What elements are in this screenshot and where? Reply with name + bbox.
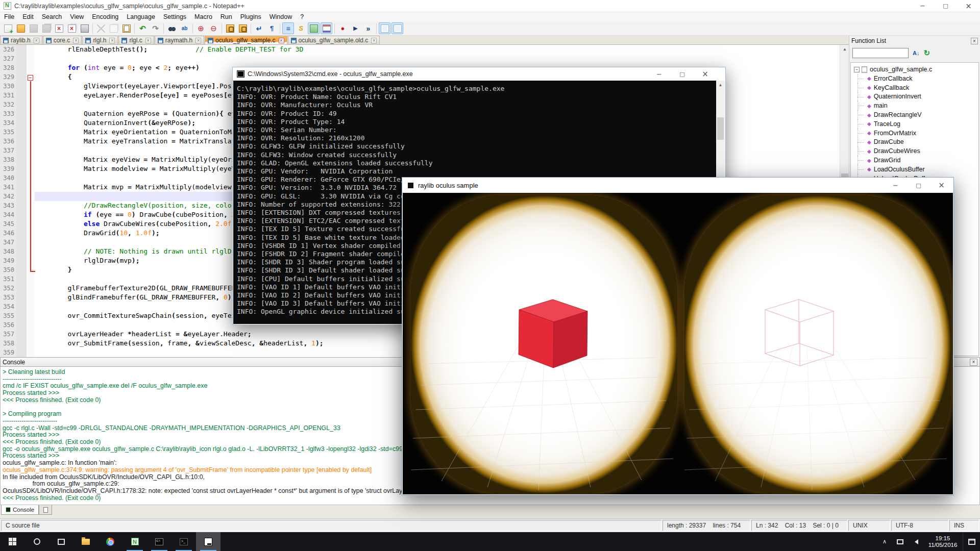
fold-margin[interactable] (27, 339, 35, 348)
function-item-main[interactable]: ◆main (854, 101, 978, 110)
function-item-LoadOculusBuffer[interactable]: ◆LoadOculusBuffer (854, 165, 978, 174)
secondary-panel-tab[interactable] (39, 505, 52, 515)
menu-encoding[interactable]: Encoding (88, 12, 122, 21)
bookmark-margin[interactable] (16, 54, 27, 63)
bookmark-margin[interactable] (16, 210, 27, 219)
bookmark-margin[interactable] (16, 311, 27, 320)
show-all-characters-icon[interactable] (266, 22, 278, 34)
bookmark-margin[interactable] (16, 72, 27, 82)
copy-icon[interactable] (108, 22, 119, 34)
close-file-icon[interactable] (53, 22, 65, 34)
fold-margin[interactable] (27, 302, 35, 311)
bookmark-margin[interactable] (16, 128, 27, 137)
maximize-button[interactable] (934, 0, 957, 12)
bookmark-margin[interactable] (16, 100, 27, 109)
raylib-app-icon[interactable] (196, 532, 220, 551)
zoom-in-icon[interactable] (195, 22, 207, 34)
raylib-close-button[interactable] (930, 178, 953, 193)
file-explorer-icon[interactable] (74, 532, 98, 551)
status-eol-format[interactable]: UNIX (848, 520, 890, 531)
fold-margin[interactable] (27, 320, 35, 330)
bookmark-margin[interactable] (16, 146, 27, 155)
replace-icon[interactable] (179, 22, 190, 34)
save-all-icon[interactable] (40, 22, 52, 34)
bookmark-margin[interactable] (16, 302, 27, 311)
bookmark-margin[interactable] (16, 284, 27, 293)
redo-icon[interactable] (150, 22, 161, 34)
fold-margin[interactable] (27, 45, 35, 54)
tab-close-icon[interactable]: × (145, 38, 151, 43)
function-tree-root[interactable]: − oculus_glfw_sample.c (854, 65, 978, 74)
function-completion-icon[interactable] (295, 22, 307, 34)
console-close-icon[interactable]: × (970, 359, 977, 366)
taskbar-clock[interactable]: 19:15 11/05/2016 (923, 535, 963, 548)
tab-close-icon[interactable]: × (195, 38, 201, 43)
macro-run-multiple-icon[interactable] (362, 22, 374, 34)
function-item-DrawRectangleV[interactable]: ◆DrawRectangleV (854, 110, 978, 119)
chrome-icon[interactable] (98, 532, 122, 551)
bookmark-margin[interactable] (16, 63, 27, 72)
tab-close-icon[interactable]: × (109, 38, 115, 43)
fold-margin[interactable] (27, 146, 35, 155)
fold-margin[interactable] (27, 256, 35, 265)
function-list-close-icon[interactable]: × (971, 38, 978, 44)
bookmark-margin[interactable] (16, 274, 27, 284)
tab-close-icon[interactable]: × (34, 38, 39, 43)
fold-margin[interactable] (27, 192, 35, 201)
function-item-KeyCallback[interactable]: ◆KeyCallback (854, 83, 978, 92)
fold-margin[interactable] (27, 82, 35, 91)
menu-view[interactable]: View (66, 12, 88, 21)
fold-margin[interactable] (27, 348, 35, 357)
fold-margin[interactable] (27, 173, 35, 183)
bookmark-margin[interactable] (16, 256, 27, 265)
tab-close-icon[interactable]: × (73, 38, 79, 43)
bookmark-margin[interactable] (16, 348, 27, 357)
tab-oculus_glfw_sample.c[interactable]: oculus_glfw_sample.c× (205, 36, 287, 44)
undo-icon[interactable] (137, 22, 149, 34)
function-item-FromOvrMatrix[interactable]: ◆FromOvrMatrix (854, 129, 978, 138)
function-item-ErrorCallback[interactable]: ◆ErrorCallback (854, 74, 978, 83)
bookmark-margin[interactable] (16, 201, 27, 210)
raylib-minimize-button[interactable] (884, 178, 907, 193)
function-item-DrawCubeWires[interactable]: ◆DrawCubeWires (854, 146, 978, 156)
refresh-icon[interactable]: ↻ (923, 48, 930, 58)
menu-run[interactable]: Run (216, 12, 236, 21)
fold-margin[interactable] (27, 229, 35, 238)
fold-margin[interactable] (27, 63, 35, 72)
save-icon[interactable] (28, 22, 39, 34)
console-app-icon[interactable]: >_ (172, 532, 196, 551)
menu-edit[interactable]: Edit (18, 12, 38, 21)
bookmark-margin[interactable] (16, 192, 27, 201)
tab-rlgl.c[interactable]: rlgl.c× (118, 36, 154, 44)
tray-chevron-up-icon[interactable]: ∧ (877, 532, 892, 551)
doc-monitor2-icon[interactable] (391, 22, 403, 34)
bookmark-margin[interactable] (16, 219, 27, 229)
menu-language[interactable]: Language (122, 12, 159, 21)
menu-file[interactable]: File (0, 12, 18, 21)
cmd-minimize-button[interactable] (648, 67, 671, 81)
collapse-icon[interactable]: − (854, 67, 860, 72)
function-item-DrawCube[interactable]: ◆DrawCube (854, 138, 978, 147)
bookmark-margin[interactable] (16, 247, 27, 256)
print-icon[interactable] (79, 22, 90, 34)
tab-close-icon[interactable]: × (279, 38, 284, 43)
bookmark-margin[interactable] (16, 91, 27, 100)
bookmark-margin[interactable] (16, 229, 27, 238)
tab-close-icon[interactable]: × (371, 38, 377, 43)
fold-margin[interactable] (27, 183, 35, 192)
bookmark-margin[interactable] (16, 293, 27, 302)
action-center-button[interactable] (963, 532, 980, 551)
new-file-icon[interactable] (2, 22, 14, 34)
paste-icon[interactable] (120, 22, 132, 34)
sync-vertical-icon[interactable] (224, 22, 236, 34)
tray-volume-icon[interactable] (908, 532, 923, 551)
fold-margin[interactable] (27, 311, 35, 320)
menu-window[interactable]: Window (265, 12, 296, 21)
word-wrap-icon[interactable] (253, 22, 265, 34)
cmd-titlebar[interactable]: C:\Windows\System32\cmd.exe - oculus_glf… (233, 67, 725, 81)
bookmark-margin[interactable] (16, 330, 27, 339)
fold-margin[interactable] (27, 274, 35, 284)
bookmark-margin[interactable] (16, 320, 27, 330)
fold-margin[interactable] (27, 238, 35, 247)
function-list-icon[interactable] (321, 22, 332, 34)
